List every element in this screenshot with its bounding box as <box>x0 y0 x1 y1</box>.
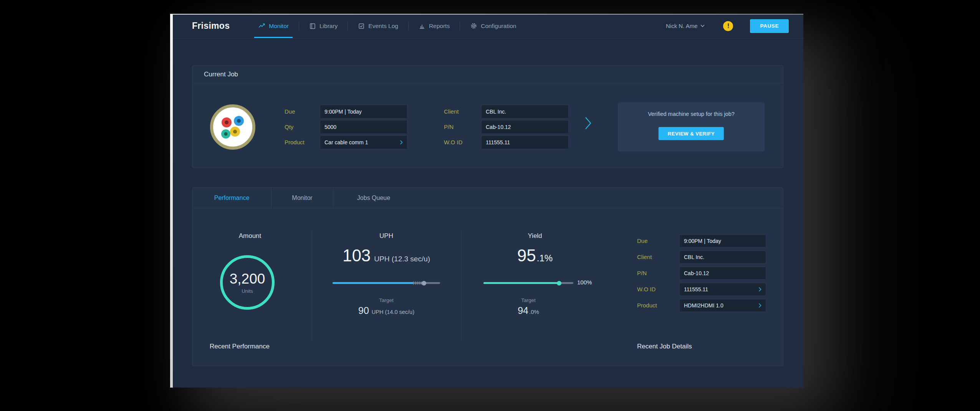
nav-item-library[interactable]: Library <box>299 14 348 38</box>
alert-icon[interactable] <box>723 21 733 31</box>
detail-label-woid: W.O ID <box>637 283 675 296</box>
nav-item-configuration[interactable]: Configuration <box>460 14 526 38</box>
nav-items: Monitor Library Events Log <box>248 14 526 38</box>
field-woid[interactable]: 111555.11 <box>481 135 569 149</box>
bar-chart-icon <box>419 23 425 30</box>
yield-target-label: Target <box>490 297 567 303</box>
yield-target-suffix: .0% <box>529 309 539 315</box>
recent-job-details-link: Recent Job Details <box>637 343 692 350</box>
field-label-woid: W.O ID <box>444 135 478 149</box>
yield-slider-fill <box>483 282 559 284</box>
verify-panel: Verified machine setup for this job? REV… <box>618 102 765 152</box>
detail-product[interactable]: HDMI2HDMI 1.0 <box>679 299 766 312</box>
performance-card: Performance Monitor Jobs Queue Amount 3,… <box>192 187 783 366</box>
uph-target-line: 90 UPH (14.0 sec/u) <box>333 305 440 316</box>
tab-jobs-queue[interactable]: Jobs Queue <box>333 188 414 208</box>
divider <box>461 229 462 341</box>
detail-label-pn: P/N <box>637 267 675 280</box>
nav-item-label: Reports <box>429 23 450 30</box>
detail-label-client: Client <box>637 251 675 264</box>
tab-performance[interactable]: Performance <box>192 188 271 208</box>
uph-slider-fill <box>333 282 413 284</box>
yield-target-line: 94 .0% <box>490 305 567 316</box>
field-due[interactable]: 9:00PM | Today <box>320 105 407 119</box>
field-label-qty: Qty <box>285 120 319 134</box>
field-qty[interactable]: 5000 <box>320 120 407 134</box>
field-label-client: Client <box>444 105 478 119</box>
yield-target-value: 94 <box>518 305 528 316</box>
detail-woid[interactable]: 111555.11 <box>679 283 766 296</box>
divider <box>311 229 312 341</box>
field-value: CBL Inc. <box>486 109 506 115</box>
user-name: Nick N. Ame <box>666 23 698 29</box>
field-pn[interactable]: Cab-10.12 <box>481 120 569 134</box>
amount-title: Amount <box>215 232 285 240</box>
brand-logo: Frisimos <box>192 21 230 31</box>
field-value: 111555.11 <box>486 139 510 145</box>
nav-item-monitor[interactable]: Monitor <box>248 14 299 38</box>
current-job-title: Current Job <box>192 66 783 83</box>
uph-title: UPH <box>344 232 429 240</box>
detail-value: 9:00PM | Today <box>684 238 721 244</box>
field-value: 5000 <box>324 124 336 130</box>
product-thumbnail <box>210 104 256 150</box>
yield-max-label: 100% <box>577 279 604 286</box>
detail-due[interactable]: 9:00PM | Today <box>679 234 766 248</box>
detail-pn[interactable]: Cab-10.12 <box>679 267 766 280</box>
uph-value: 103 <box>343 246 371 265</box>
detail-value: CBL Inc. <box>684 254 704 260</box>
field-value: Cab-10.12 <box>486 124 511 130</box>
gear-icon <box>470 22 477 30</box>
nav-item-reports[interactable]: Reports <box>409 14 460 38</box>
field-value: 9:00PM | Today <box>324 109 362 115</box>
field-client[interactable]: CBL Inc. <box>481 105 569 119</box>
detail-value: Cab-10.12 <box>684 270 709 276</box>
uph-slider-handle[interactable] <box>422 281 426 286</box>
detail-value: HDMI2HDMI 1.0 <box>684 302 723 309</box>
chevron-right-icon <box>400 140 403 145</box>
checklist-icon <box>358 23 365 30</box>
app-window: Frisimos Monitor Library Events Log <box>170 14 803 388</box>
field-value: Car cable comm 1 <box>324 139 368 145</box>
yield-value: 95 <box>517 246 536 265</box>
chevron-right-icon <box>758 287 761 292</box>
detail-label-product: Product <box>637 299 675 312</box>
uph-slider-track <box>333 282 440 284</box>
nav-item-label: Monitor <box>269 23 289 30</box>
recent-performance-link: Recent Performance <box>210 343 270 350</box>
detail-label-due: Due <box>637 234 675 248</box>
amount-unit: Units <box>242 288 253 294</box>
review-verify-button[interactable]: REVIEW & VERIFY <box>659 127 724 140</box>
amount-ring: 3,200 Units <box>220 255 275 310</box>
nav-item-events-log[interactable]: Events Log <box>348 14 408 38</box>
screen-edge-top <box>170 14 803 15</box>
library-icon <box>309 23 316 30</box>
tab-monitor[interactable]: Monitor <box>271 188 333 208</box>
field-label-pn: P/N <box>444 120 478 134</box>
verify-question: Verified machine setup for this job? <box>618 111 765 117</box>
detail-client[interactable]: CBL Inc. <box>679 251 766 264</box>
current-job-card: Current Job Due 9:00PM | Today Qty 5000 … <box>192 65 783 168</box>
uph-target-suffix: UPH (14.0 sec/u) <box>372 309 414 315</box>
pause-button[interactable]: PAUSE <box>750 19 789 33</box>
yield-slider-handle[interactable] <box>557 281 561 286</box>
chevron-right-icon <box>758 303 761 308</box>
chevron-down-icon <box>700 25 705 27</box>
expand-job-chevron[interactable] <box>585 117 592 131</box>
top-nav: Frisimos Monitor Library Events Log <box>170 14 803 38</box>
yield-slider-track <box>483 282 573 284</box>
nav-right-cluster: Nick N. Ame PAUSE <box>666 19 789 33</box>
yield-value-suffix: .1% <box>537 253 553 264</box>
field-product[interactable]: Car cable comm 1 <box>320 135 407 149</box>
nav-item-label: Configuration <box>481 23 516 30</box>
yield-title: Yield <box>497 232 573 240</box>
line-chart-icon <box>258 22 265 30</box>
user-menu[interactable]: Nick N. Ame <box>666 23 705 29</box>
detail-value: 111555.11 <box>684 286 708 292</box>
uph-target-label: Target <box>344 297 429 303</box>
uph-target-value: 90 <box>358 305 369 316</box>
screen-edge-highlight <box>170 14 173 388</box>
amount-value: 3,200 <box>230 271 265 287</box>
uph-value-line: 103 UPH (12.3 sec/u) <box>325 246 448 265</box>
tab-bar: Performance Monitor Jobs Queue <box>192 188 783 208</box>
